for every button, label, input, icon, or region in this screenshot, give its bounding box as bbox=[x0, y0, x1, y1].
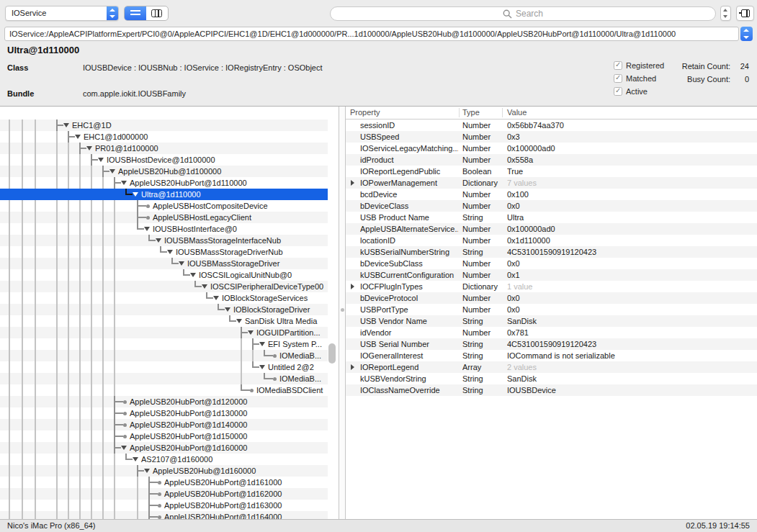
list-view-button[interactable] bbox=[125, 6, 146, 20]
tree-row[interactable]: IOUSBMassStorageDriverNub bbox=[0, 246, 328, 258]
tree-row[interactable]: AppleUSB20HubPort@1d150000 bbox=[0, 430, 328, 442]
disclosure-triangle-icon[interactable] bbox=[259, 365, 265, 369]
tree-row[interactable]: AppleUSB20HubPort@1d130000 bbox=[0, 407, 328, 419]
search-history-stepper[interactable] bbox=[720, 6, 731, 21]
tree-row[interactable]: IOUSBHostDevice@1d100000 bbox=[0, 154, 328, 166]
disclosure-triangle-icon[interactable] bbox=[179, 261, 184, 266]
disclosure-triangle-icon[interactable] bbox=[351, 364, 354, 370]
property-row[interactable]: kUSBSerialNumberStringString4C5310015909… bbox=[346, 246, 757, 258]
disclosure-triangle-icon[interactable] bbox=[248, 330, 254, 335]
column-header-type[interactable]: Type bbox=[462, 108, 480, 117]
checkbox-box[interactable]: ✓ bbox=[614, 74, 622, 83]
disclosure-triangle-icon[interactable] bbox=[351, 180, 354, 186]
column-header-property[interactable]: Property bbox=[350, 108, 380, 117]
tree-row[interactable]: AppleUSB20HubPort@1d161000 bbox=[0, 477, 328, 488]
path-history-stepper[interactable] bbox=[740, 27, 753, 41]
disclosure-triangle-icon[interactable] bbox=[351, 284, 354, 289]
plane-popup-button[interactable]: IOService bbox=[5, 6, 119, 21]
disclosure-triangle-icon[interactable] bbox=[86, 146, 92, 150]
tree-row[interactable]: IOSCSILogicalUnitNub@0 bbox=[0, 269, 328, 281]
property-row[interactable]: IOReportLegendArray2 values bbox=[346, 361, 757, 373]
column-header-value[interactable]: Value bbox=[507, 108, 527, 117]
search-input[interactable]: Search bbox=[330, 6, 716, 21]
tree-row[interactable]: SanDisk Ultra Media bbox=[0, 315, 328, 327]
tree-row[interactable]: AppleUSB20Hub@1d100000 bbox=[0, 166, 328, 177]
tree-row[interactable]: Untitled 2@2 bbox=[0, 361, 328, 373]
disclosure-triangle-icon[interactable] bbox=[259, 342, 265, 346]
tree-row[interactable]: IOMediaBSDClient bbox=[0, 384, 328, 396]
tree-row[interactable]: IOSCSIPeripheralDeviceType00 bbox=[0, 281, 328, 292]
property-row[interactable]: kUSBCurrentConfigurationNumber0x1 bbox=[346, 269, 757, 281]
tree-row[interactable]: IOBlockStorageDriver bbox=[0, 304, 328, 315]
disclosure-triangle-icon[interactable] bbox=[133, 457, 138, 461]
property-row[interactable]: IOReportLegendPublicBooleanTrue bbox=[346, 166, 757, 177]
tree-scrollbar-thumb[interactable] bbox=[328, 343, 336, 364]
disclosure-triangle-icon[interactable] bbox=[133, 192, 138, 197]
tree-row[interactable]: AppleUSB20HubPort@1d164000 bbox=[0, 511, 328, 519]
split-divider[interactable] bbox=[339, 107, 346, 519]
property-row[interactable]: IOClassNameOverrideStringIOUSBDevice bbox=[346, 384, 757, 396]
property-row[interactable]: IOServiceLegacyMatching...Number0x100000… bbox=[346, 143, 757, 154]
property-row[interactable]: USB Serial NumberString4C531001590919120… bbox=[346, 338, 757, 350]
tree-row[interactable]: AppleUSB20HubPort@1d160000 bbox=[0, 442, 328, 454]
tree-row[interactable]: EHC1@1D bbox=[0, 120, 328, 131]
property-row[interactable]: USBPortTypeNumber0x0 bbox=[346, 304, 757, 315]
tree-row[interactable]: AppleUSBHostLegacyClient bbox=[0, 212, 328, 223]
property-row[interactable]: IOCFPlugInTypesDictionary1 value bbox=[346, 281, 757, 292]
property-row[interactable]: bDeviceProtocolNumber0x0 bbox=[346, 292, 757, 304]
disclosure-triangle-icon[interactable] bbox=[202, 284, 207, 289]
checkbox-box[interactable]: ✓ bbox=[614, 61, 622, 70]
inspector-toggle-button[interactable] bbox=[736, 6, 754, 21]
column-separator[interactable] bbox=[459, 108, 460, 117]
disclosure-triangle-icon[interactable] bbox=[225, 307, 230, 312]
property-row[interactable]: idProductNumber0x558a bbox=[346, 154, 757, 166]
property-row[interactable]: bDeviceClassNumber0x0 bbox=[346, 200, 757, 212]
property-row[interactable]: kUSBVendorStringStringSanDisk bbox=[346, 373, 757, 384]
tree-row[interactable]: IOUSBMassStorageDriver bbox=[0, 258, 328, 269]
tree-row[interactable]: PR01@1d100000 bbox=[0, 143, 328, 154]
property-row[interactable]: locationIDNumber0x1d110000 bbox=[346, 235, 757, 246]
disclosure-triangle-icon[interactable] bbox=[144, 227, 150, 231]
property-row[interactable]: sessionIDNumber0x56bb74aa370 bbox=[346, 120, 757, 131]
disclosure-triangle-icon[interactable] bbox=[144, 469, 150, 473]
tree-row[interactable]: AppleUSB20HubPort@1d120000 bbox=[0, 396, 328, 407]
tree-row[interactable]: AppleUSBHostCompositeDevice bbox=[0, 200, 328, 212]
tree-row[interactable]: IOUSBMassStorageInterfaceNub bbox=[0, 235, 328, 246]
tree-row[interactable]: Ultra@1d110000 bbox=[0, 189, 328, 200]
tree-row[interactable]: AppleUSB20HubPort@1d162000 bbox=[0, 488, 328, 500]
disclosure-triangle-icon[interactable] bbox=[75, 135, 81, 139]
disclosure-triangle-icon[interactable] bbox=[190, 273, 196, 277]
tree-row[interactable]: IOMediaB... bbox=[0, 373, 328, 384]
tree-row[interactable]: AppleUSB20HubPort@1d110000 bbox=[0, 177, 328, 189]
disclosure-triangle-icon[interactable] bbox=[156, 238, 161, 243]
tree-row[interactable]: IOMediaB... bbox=[0, 350, 328, 361]
property-row[interactable]: idVendorNumber0x781 bbox=[346, 327, 757, 338]
property-row[interactable]: AppleUSBAlternateService...Number0x10000… bbox=[346, 223, 757, 235]
disclosure-triangle-icon[interactable] bbox=[213, 296, 219, 300]
tree-row[interactable]: IOBlockStorageServices bbox=[0, 292, 328, 304]
tree-row[interactable]: EFI System P... bbox=[0, 338, 328, 350]
tree-row[interactable]: AS2107@1d160000 bbox=[0, 454, 328, 465]
disclosure-triangle-icon[interactable] bbox=[167, 250, 173, 254]
tree-row[interactable]: EHC1@1d000000 bbox=[0, 131, 328, 143]
property-row[interactable]: USB Product NameStringUltra bbox=[346, 212, 757, 223]
property-row[interactable]: IOPowerManagementDictionary7 values bbox=[346, 177, 757, 189]
property-row[interactable]: USBSpeedNumber0x3 bbox=[346, 131, 757, 143]
tree-row[interactable]: AppleUSB20HubPort@1d140000 bbox=[0, 419, 328, 430]
disclosure-triangle-icon[interactable] bbox=[109, 169, 115, 173]
checkbox-box[interactable]: ✓ bbox=[614, 87, 622, 96]
column-separator[interactable] bbox=[502, 108, 503, 117]
tree-row[interactable]: AppleUSB20HubPort@1d163000 bbox=[0, 500, 328, 511]
disclosure-triangle-icon[interactable] bbox=[236, 319, 242, 323]
disclosure-triangle-icon[interactable] bbox=[63, 123, 69, 127]
disclosure-triangle-icon[interactable] bbox=[98, 158, 104, 162]
tree-row[interactable]: IOUSBHostInterface@0 bbox=[0, 223, 328, 235]
path-bar-field[interactable]: IOService:/AppleACPIPlatformExpert/PCI0@… bbox=[4, 27, 739, 41]
disclosure-triangle-icon[interactable] bbox=[121, 446, 127, 450]
property-row[interactable]: bcdDeviceNumber0x100 bbox=[346, 189, 757, 200]
property-row[interactable]: IOGeneralInterestStringIOCommand is not … bbox=[346, 350, 757, 361]
property-row[interactable]: USB Vendor NameStringSanDisk bbox=[346, 315, 757, 327]
column-view-button[interactable] bbox=[146, 6, 168, 20]
disclosure-triangle-icon[interactable] bbox=[121, 181, 127, 185]
tree-row[interactable]: AppleUSB20Hub@1d160000 bbox=[0, 465, 328, 477]
